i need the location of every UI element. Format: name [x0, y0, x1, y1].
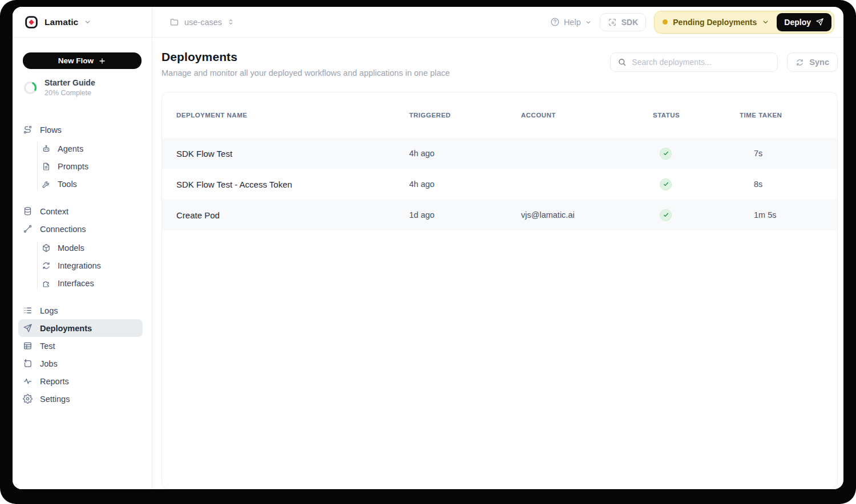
brand-name: Lamatic: [45, 17, 78, 27]
sidebar-item-jobs[interactable]: Jobs: [13, 355, 152, 372]
sidebar-item-agents[interactable]: Agents: [13, 140, 152, 157]
workflow-icon: [23, 125, 33, 135]
deployment-time-taken: 1m 5s: [740, 210, 837, 220]
sidebar-item-models[interactable]: Models: [13, 239, 152, 257]
new-flow-button[interactable]: New Flow: [23, 52, 142, 69]
table-header: DEPLOYMENT NAME TRIGGERED ACCOUNT STATUS…: [162, 92, 837, 138]
deployment-time-taken: 8s: [740, 180, 837, 189]
sidebar-item-settings[interactable]: Settings: [13, 390, 152, 408]
help-menu[interactable]: Help: [550, 17, 592, 27]
page-title: Deployments: [161, 50, 450, 64]
column-account: ACCOUNT: [521, 112, 653, 119]
link-nodes-icon: [23, 224, 33, 234]
cube-icon: [42, 243, 51, 253]
deployment-time-taken: 7s: [740, 149, 837, 158]
sidebar-nav: Flows Agents Prompts Tools Cont: [13, 121, 152, 408]
content: Deployments Manage and monitor all your …: [152, 38, 843, 489]
pending-dot-icon: [663, 19, 668, 25]
chevrons-up-down-icon: [227, 18, 235, 26]
progress-ring-icon: [23, 80, 38, 95]
chevron-down-icon: [84, 18, 91, 26]
table-row[interactable]: SDK Flow Test - Access Token 4h ago 8s: [162, 169, 837, 200]
pending-deployments-label[interactable]: Pending Deployments: [673, 18, 757, 27]
deployment-triggered: 4h ago: [409, 149, 521, 158]
status-success-icon: [660, 148, 672, 160]
file-text-icon: [42, 162, 51, 171]
column-time-taken: TIME TAKEN: [740, 112, 837, 119]
project-name: use-cases: [184, 18, 222, 27]
topbar: use-cases Help SDK Pending Deployments: [152, 7, 843, 38]
refresh-icon: [796, 58, 804, 67]
flows-subnav: Agents Prompts Tools: [13, 139, 152, 194]
send-icon: [23, 323, 33, 333]
connections-subnav: Models Integrations Interfaces: [13, 238, 152, 293]
table-row[interactable]: Create Pod 1d ago vjs@lamatic.ai 1m 5s: [162, 200, 837, 230]
sidebar-item-connections[interactable]: Connections: [13, 220, 152, 238]
pending-deployments-pill: Pending Deployments Deploy: [654, 11, 834, 34]
sync-button[interactable]: Sync: [787, 52, 838, 72]
sidebar-item-flows[interactable]: Flows: [13, 121, 152, 139]
list-icon: [23, 306, 33, 315]
starter-guide[interactable]: Starter Guide 20% Complete: [23, 78, 140, 97]
sdk-button[interactable]: SDK: [600, 13, 647, 31]
sidebar-item-deployments[interactable]: Deployments: [18, 319, 143, 337]
chevron-down-icon: [585, 19, 592, 26]
import-arrow-icon: [23, 359, 33, 368]
folder-icon: [169, 17, 179, 27]
lamatic-logo-icon: [24, 15, 39, 30]
bot-icon: [42, 144, 51, 153]
wrench-icon: [42, 180, 51, 189]
column-status: STATUS: [653, 112, 740, 119]
help-label: Help: [564, 18, 581, 27]
sync-loop-icon: [42, 261, 51, 270]
table-body: SDK Flow Test 4h ago 7s SDK Flow Test - …: [162, 138, 837, 230]
sidebar-item-prompts[interactable]: Prompts: [13, 157, 152, 175]
deploy-button[interactable]: Deploy: [777, 13, 831, 31]
code-frame-icon: [608, 18, 617, 27]
main-area: use-cases Help SDK Pending Deployments: [152, 7, 843, 489]
status-success-icon: [660, 178, 672, 190]
page-subtitle: Manage and monitor all your deployed wor…: [161, 68, 450, 78]
search-icon: [617, 58, 627, 67]
sidebar-item-context[interactable]: Context: [13, 202, 152, 220]
puzzle-icon: [42, 279, 51, 288]
help-circle-icon: [550, 17, 560, 27]
sidebar-item-tools[interactable]: Tools: [13, 175, 152, 193]
app-window: Lamatic New Flow Starter Guide 20% Compl…: [13, 7, 843, 489]
sidebar-item-integrations[interactable]: Integrations: [13, 257, 152, 274]
gear-icon: [23, 394, 33, 404]
sidebar-item-reports[interactable]: Reports: [13, 372, 152, 390]
search-input[interactable]: [632, 58, 770, 67]
search-deployments-input[interactable]: [610, 52, 778, 72]
sidebar-item-logs[interactable]: Logs: [13, 302, 152, 319]
sidebar-item-interfaces[interactable]: Interfaces: [13, 274, 152, 292]
chevron-down-icon[interactable]: [762, 18, 769, 26]
column-triggered: TRIGGERED: [409, 112, 521, 119]
deployment-name: SDK Flow Test - Access Token: [176, 180, 409, 189]
starter-guide-progress: 20% Complete: [45, 89, 95, 97]
database-icon: [23, 206, 33, 216]
table-row[interactable]: SDK Flow Test 4h ago 7s: [162, 138, 837, 169]
status-success-icon: [660, 209, 672, 221]
table-icon: [23, 341, 33, 351]
send-icon: [815, 18, 824, 26]
deployment-name: Create Pod: [176, 210, 409, 220]
sidebar-item-test[interactable]: Test: [13, 337, 152, 355]
starter-guide-title: Starter Guide: [45, 78, 95, 87]
plus-icon: [98, 57, 106, 65]
deployment-triggered: 4h ago: [409, 180, 521, 189]
sidebar: Lamatic New Flow Starter Guide 20% Compl…: [13, 7, 152, 489]
workspace-switcher[interactable]: Lamatic: [13, 7, 152, 38]
project-switcher[interactable]: use-cases: [169, 17, 235, 27]
deployments-table: DEPLOYMENT NAME TRIGGERED ACCOUNT STATUS…: [161, 92, 838, 489]
activity-icon: [23, 376, 33, 386]
deployment-account: vjs@lamatic.ai: [521, 210, 653, 220]
deployment-name: SDK Flow Test: [176, 149, 409, 158]
column-deployment-name: DEPLOYMENT NAME: [176, 112, 409, 119]
screen-frame: Lamatic New Flow Starter Guide 20% Compl…: [0, 0, 856, 504]
deployment-triggered: 1d ago: [409, 210, 521, 220]
